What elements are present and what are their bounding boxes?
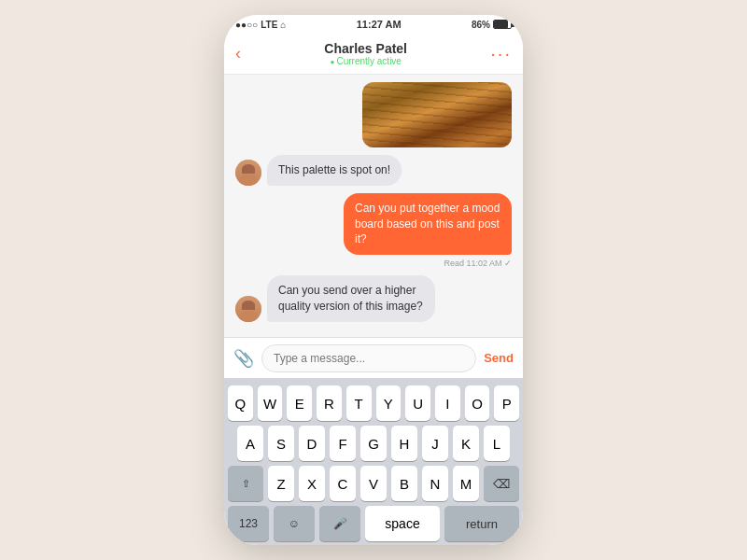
- key-d[interactable]: D: [299, 426, 325, 461]
- contact-status: Currently active: [324, 56, 407, 66]
- delete-key[interactable]: ⌫: [484, 466, 519, 501]
- message-text: Can you put together a mood board based …: [355, 202, 500, 246]
- battery-pct: 86%: [472, 20, 490, 30]
- keyboard-row-3: ⇧ Z X C V B N M ⌫: [228, 466, 519, 501]
- key-t[interactable]: T: [346, 385, 372, 421]
- key-j[interactable]: J: [422, 426, 448, 461]
- key-u[interactable]: U: [405, 385, 430, 421]
- message-text: This palette is spot on!: [278, 163, 390, 176]
- mic-key[interactable]: 🎤: [319, 506, 360, 541]
- status-battery: 86%: [472, 20, 512, 30]
- avatar-2: [235, 296, 261, 322]
- send-button[interactable]: Send: [484, 351, 514, 365]
- key-q[interactable]: Q: [228, 385, 253, 421]
- avatar: [235, 160, 261, 186]
- chat-area: This palette is spot on! Can you put tog…: [224, 75, 523, 337]
- emoji-key[interactable]: ☺: [274, 506, 315, 541]
- key-z[interactable]: Z: [268, 466, 294, 501]
- num-key[interactable]: 123: [228, 506, 269, 541]
- key-e[interactable]: E: [287, 385, 312, 421]
- shift-key[interactable]: ⇧: [228, 466, 263, 501]
- key-a[interactable]: A: [237, 426, 263, 461]
- status-bar: ●●○○ LTE ⌂ 11:27 AM 86%: [224, 15, 523, 34]
- key-x[interactable]: X: [299, 466, 325, 501]
- sent-bubble: Can you put together a mood board based …: [344, 193, 512, 255]
- key-p[interactable]: P: [494, 385, 519, 421]
- key-y[interactable]: Y: [376, 385, 402, 421]
- key-o[interactable]: O: [465, 385, 490, 421]
- key-w[interactable]: W: [258, 385, 283, 421]
- message-row: This palette is spot on!: [235, 155, 512, 186]
- keyboard: Q W E R T Y U I O P A S D F G H J K L ⇧ …: [224, 378, 523, 545]
- key-l[interactable]: L: [484, 426, 510, 461]
- input-bar: 📎 Send: [224, 337, 523, 378]
- keyboard-row-2: A S D F G H J K L: [228, 426, 519, 461]
- message-row-2: Can you send over a higher quality versi…: [235, 275, 512, 322]
- message-input[interactable]: [261, 344, 476, 372]
- phone-frame: ●●○○ LTE ⌂ 11:27 AM 86% ‹ Charles Patel …: [224, 15, 523, 545]
- key-c[interactable]: C: [330, 466, 356, 501]
- wood-texture: [362, 82, 512, 147]
- key-b[interactable]: B: [391, 466, 417, 501]
- avatar-face-2: [235, 296, 261, 322]
- message-text-2: Can you send over a higher quality versi…: [278, 284, 423, 313]
- avatar-face: [235, 160, 261, 186]
- received-bubble: This palette is spot on!: [267, 155, 402, 186]
- shared-image: [362, 82, 512, 147]
- key-i[interactable]: I: [435, 385, 460, 421]
- keyboard-row-1: Q W E R T Y U I O P: [228, 385, 519, 421]
- battery-icon: [493, 20, 512, 29]
- keyboard-bottom-row: 123 ☺ 🎤 space return: [228, 506, 519, 541]
- key-k[interactable]: K: [453, 426, 479, 461]
- nav-bar: ‹ Charles Patel Currently active ···: [224, 34, 523, 75]
- key-s[interactable]: S: [268, 426, 294, 461]
- status-signal: ●●○○ LTE ⌂: [235, 20, 286, 30]
- key-v[interactable]: V: [360, 466, 387, 501]
- more-button[interactable]: ···: [490, 43, 512, 64]
- key-g[interactable]: G: [360, 426, 387, 461]
- key-m[interactable]: M: [453, 466, 479, 501]
- sent-message-row: Can you put together a mood board based …: [235, 193, 512, 255]
- signal-dots: ●●○○: [235, 20, 258, 30]
- attach-icon[interactable]: 📎: [233, 348, 254, 369]
- contact-info: Charles Patel Currently active: [324, 41, 407, 66]
- read-receipt: Read 11:02 AM ✓: [235, 259, 512, 268]
- back-button[interactable]: ‹: [235, 44, 241, 63]
- key-r[interactable]: R: [317, 385, 342, 421]
- status-time: 11:27 AM: [357, 19, 402, 30]
- key-h[interactable]: H: [391, 426, 417, 461]
- key-f[interactable]: F: [330, 426, 356, 461]
- network-type: LTE: [261, 20, 277, 30]
- return-key[interactable]: return: [444, 506, 519, 541]
- image-message-row: [235, 82, 512, 147]
- space-key[interactable]: space: [365, 506, 440, 541]
- contact-name: Charles Patel: [324, 41, 407, 56]
- key-n[interactable]: N: [422, 466, 448, 501]
- received-bubble-2: Can you send over a higher quality versi…: [267, 275, 435, 322]
- wifi-icon: ⌂: [280, 20, 286, 30]
